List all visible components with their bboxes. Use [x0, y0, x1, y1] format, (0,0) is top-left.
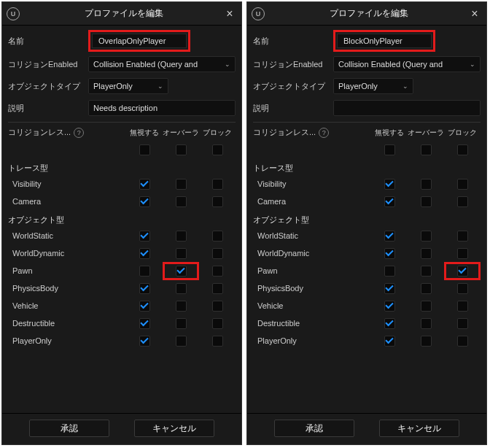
response-checkbox[interactable] — [176, 301, 187, 312]
check-cell — [199, 248, 236, 259]
response-row: WorldStatic — [8, 227, 236, 244]
response-checkbox[interactable] — [212, 144, 223, 155]
ue-logo-icon: U — [252, 7, 265, 20]
response-checkbox[interactable] — [139, 144, 150, 155]
check-cell — [126, 144, 163, 155]
response-checkbox[interactable] — [212, 231, 223, 242]
response-checkbox[interactable] — [176, 318, 187, 329]
description-label: 説明 — [8, 103, 88, 114]
response-checkbox[interactable] — [457, 336, 468, 347]
cancel-button[interactable]: キャンセル — [379, 420, 459, 437]
response-checkbox[interactable] — [212, 318, 223, 329]
close-button[interactable]: × — [222, 7, 237, 21]
response-checkbox[interactable] — [384, 179, 395, 190]
response-checkbox[interactable] — [384, 318, 395, 329]
response-checkbox[interactable] — [176, 231, 187, 242]
response-checkbox[interactable] — [212, 196, 223, 207]
response-checkbox[interactable] — [457, 196, 468, 207]
response-checkbox[interactable] — [421, 336, 432, 347]
check-cell — [163, 262, 199, 280]
response-checkbox[interactable] — [457, 301, 468, 312]
titlebar: U プロファイルを編集 × — [247, 2, 486, 26]
response-checkbox[interactable] — [139, 266, 150, 277]
response-row: PhysicsBody — [8, 279, 236, 297]
check-cell — [444, 336, 481, 347]
response-checkbox[interactable] — [139, 248, 150, 259]
response-checkbox[interactable] — [384, 196, 395, 207]
response-checkbox[interactable] — [176, 179, 187, 190]
response-checkbox[interactable] — [139, 179, 150, 190]
response-checkbox[interactable] — [176, 266, 187, 277]
response-checkbox[interactable] — [176, 248, 187, 259]
response-checkbox[interactable] — [139, 196, 150, 207]
response-checkbox[interactable] — [457, 231, 468, 242]
response-checkbox[interactable] — [457, 266, 468, 277]
name-input[interactable]: BlockOnlyPlayer — [337, 34, 432, 48]
response-checkbox[interactable] — [139, 301, 150, 312]
response-checkbox[interactable] — [212, 179, 223, 190]
response-checkbox[interactable] — [384, 336, 395, 347]
response-checkbox[interactable] — [212, 283, 223, 294]
response-checkbox[interactable] — [421, 318, 432, 329]
accept-button[interactable]: 承認 — [274, 420, 354, 437]
response-checkbox[interactable] — [421, 196, 432, 207]
response-checkbox[interactable] — [384, 231, 395, 242]
response-checkbox[interactable] — [176, 283, 187, 294]
response-checkbox[interactable] — [457, 179, 468, 190]
response-checkbox[interactable] — [421, 231, 432, 242]
collision-enabled-select[interactable]: Collision Enabled (Query and ⌄ — [333, 56, 481, 72]
response-checkbox[interactable] — [421, 144, 432, 155]
object-type-select[interactable]: PlayerOnly ⌄ — [333, 78, 413, 94]
check-cell — [163, 318, 199, 329]
response-checkbox[interactable] — [212, 248, 223, 259]
response-checkbox[interactable] — [176, 196, 187, 207]
response-checkbox[interactable] — [457, 144, 468, 155]
response-checkbox[interactable] — [212, 266, 223, 277]
response-checkbox[interactable] — [139, 231, 150, 242]
object-type-select[interactable]: PlayerOnly ⌄ — [88, 78, 168, 94]
description-input[interactable] — [333, 100, 481, 116]
check-cell — [199, 301, 236, 312]
response-checkbox[interactable] — [457, 283, 468, 294]
response-checkbox[interactable] — [212, 336, 223, 347]
collision-enabled-select[interactable]: Collision Enabled (Query and ⌄ — [88, 56, 236, 72]
description-label: 説明 — [253, 103, 333, 114]
accept-button[interactable]: 承認 — [29, 420, 109, 437]
check-cell — [408, 301, 444, 312]
response-row: Pawn — [8, 262, 236, 279]
response-checkbox[interactable] — [384, 283, 395, 294]
cancel-button[interactable]: キャンセル — [134, 420, 214, 437]
name-input[interactable]: OverlapOnlyPlayer — [92, 34, 187, 48]
response-row-label: Camera — [253, 197, 371, 206]
help-icon[interactable]: ? — [319, 128, 329, 138]
response-checkbox[interactable] — [421, 301, 432, 312]
check-cell — [126, 196, 163, 207]
response-checkbox[interactable] — [384, 266, 395, 277]
response-checkbox[interactable] — [176, 336, 187, 347]
response-checkbox[interactable] — [457, 318, 468, 329]
response-checkbox[interactable] — [421, 266, 432, 277]
name-highlight: BlockOnlyPlayer — [333, 30, 435, 52]
response-checkbox[interactable] — [421, 179, 432, 190]
response-checkbox[interactable] — [421, 248, 432, 259]
response-checkbox[interactable] — [212, 301, 223, 312]
help-icon[interactable]: ? — [74, 128, 84, 138]
response-row-label: Destructible — [253, 319, 371, 328]
response-checkbox[interactable] — [139, 318, 150, 329]
response-checkbox[interactable] — [139, 336, 150, 347]
response-checkbox[interactable] — [384, 301, 395, 312]
close-button[interactable]: × — [467, 7, 482, 21]
response-checkbox[interactable] — [384, 144, 395, 155]
check-cell — [408, 196, 444, 207]
response-checkbox[interactable] — [457, 248, 468, 259]
check-cell — [371, 301, 408, 312]
check-cell — [126, 283, 163, 294]
description-input[interactable]: Needs description — [88, 100, 236, 116]
name-label: 名前 — [253, 36, 333, 47]
response-checkbox[interactable] — [384, 248, 395, 259]
col-ignore-header: 無視する — [371, 128, 408, 138]
response-checkbox[interactable] — [176, 144, 187, 155]
response-checkbox[interactable] — [421, 283, 432, 294]
response-row-label: PhysicsBody — [8, 284, 126, 293]
response-checkbox[interactable] — [139, 283, 150, 294]
